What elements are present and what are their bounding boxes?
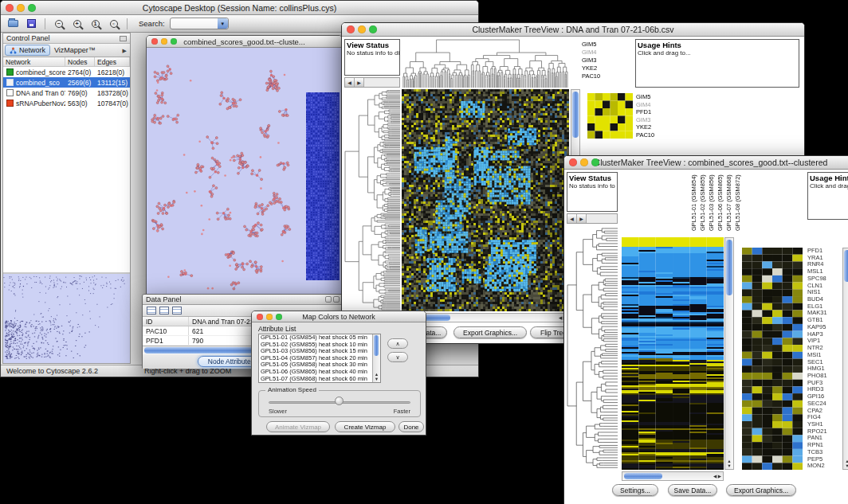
array-dendrogram-canvas[interactable] [402,39,569,88]
scroll-left-icon[interactable] [567,214,577,223]
treeview1-titlebar[interactable]: ClusterMaker TreeView : DNA and Tran 07-… [342,23,804,37]
close-icon[interactable] [151,38,158,45]
network-overview-panel[interactable] [3,272,130,363]
close-icon[interactable] [6,4,14,12]
gene-dendrogram-canvas[interactable] [567,226,618,470]
network-overview-canvas[interactable] [3,274,130,363]
done-button[interactable]: Done [398,421,424,432]
zoom-heatmap-canvas[interactable] [742,248,803,470]
zoom-window-icon[interactable] [171,38,177,45]
hscroll-thumb[interactable] [624,473,662,479]
minimize-icon[interactable] [358,25,366,33]
usage-hints-text: Click and drag to... [638,49,797,57]
select-attributes-icon[interactable] [147,307,156,315]
col-id: ID [143,317,189,326]
zoom-window-icon[interactable] [276,314,282,320]
create-vizmap-button[interactable]: Create Vizmap [335,421,395,432]
usage-hints-panel: Usage Hints Click and drag to... [807,172,848,220]
faster-label: Faster [394,408,410,415]
animation-speed-label: Animation Speed [265,386,319,393]
list-vscrollbar[interactable] [372,334,380,382]
network-name: combined_scores [16,68,65,76]
heatmap-hscrollbar[interactable] [402,313,569,322]
global-heatmap-canvas[interactable] [622,237,724,470]
minimize-icon[interactable] [161,38,167,45]
gene-dendrogram-canvas[interactable] [344,89,400,311]
dendrogram-hscrollbar[interactable] [344,77,400,88]
main-window-titlebar[interactable]: Cytoscape Desktop (Session Name: collins… [1,1,478,15]
export-graphics-button[interactable]: Export Graphics... [726,484,796,496]
attribute-item[interactable]: GPL51-07 (GSM868) heat shock 60 min [259,376,380,383]
network-graph-canvas[interactable] [147,48,342,295]
heatmap-vscrollbar[interactable] [724,237,734,470]
create-attribute-icon[interactable] [159,307,169,315]
scroll-arrows-icon[interactable] [725,459,733,468]
zoom-heatmap-canvas[interactable] [587,93,633,139]
zoom-window-icon[interactable] [369,25,377,33]
dendrogram-hscrollbar[interactable] [567,213,618,224]
close-icon[interactable] [569,158,577,166]
scroll-right-icon[interactable] [355,78,364,87]
save-data-button[interactable]: Save Data... [668,484,717,496]
network-list-item[interactable]: DNA and Tran 07 769(0) 183728(0) [3,88,130,98]
treeview2-titlebar[interactable]: ClusterMaker TreeView : combined_scores_… [564,156,848,170]
col-nodes: Nodes [65,57,95,66]
minimize-icon[interactable] [17,4,25,12]
settings-button[interactable]: Settings... [612,484,658,496]
zoom-fit-button[interactable] [105,17,122,31]
minimize-icon[interactable] [266,314,273,320]
scroll-right-icon[interactable] [577,214,587,223]
network-edges-count: 13112(15) [95,79,130,87]
export-graphics-button[interactable]: Export Graphics... [453,326,527,338]
move-down-button[interactable]: ∨ [387,352,408,362]
close-icon[interactable] [257,314,263,320]
animation-speed-slider[interactable] [335,397,344,405]
scroll-arrows-icon[interactable] [843,459,848,468]
data-panel-titlebar[interactable]: Data Panel [143,295,343,305]
close-icon[interactable] [347,25,355,33]
scroll-arrows-icon[interactable] [373,372,380,381]
vscroll-thumb[interactable] [726,240,732,295]
network-list-item[interactable]: combined_scores 2764(0) 16218(0) [3,67,130,77]
network-list-item[interactable]: combined_sco 2569(6) 13112(15) [3,77,130,88]
zoom-window-icon[interactable] [28,4,36,12]
panel-float-icon[interactable] [120,36,127,41]
network-name: sRNAPuberNov2 [16,100,65,107]
dock-icon[interactable] [325,296,332,303]
minimize-icon[interactable] [580,158,588,166]
zoom-row-labels: GIM5GIM4PFD1GIM3YKE2PAC10 [636,93,654,139]
search-input[interactable] [170,18,229,29]
zoom-out-button[interactable] [50,17,67,31]
save-session-button[interactable] [23,17,40,31]
global-heatmap-canvas[interactable] [402,89,569,311]
zoom-window-icon[interactable] [591,158,599,166]
window-controls [151,38,177,45]
animate-vizmap-button[interactable]: Animate Vizmap [266,421,330,432]
network-list-item[interactable]: sRNAPuberNov2 563(0) 107847(0) [3,98,130,108]
attribute-matrix-icon[interactable] [172,307,182,315]
scroll-arrows-icon[interactable] [713,474,721,479]
heatmap-hscrollbar[interactable] [622,471,724,481]
attribute-list[interactable]: GPL51-01 (GSM854) heat shock 05 minGPL51… [258,334,381,383]
vscroll-thumb[interactable] [572,92,579,138]
column-label: GPL51-01 (GSM854) [690,174,698,231]
zoom-one-to-one-button[interactable] [87,17,104,31]
move-up-button[interactable]: ∧ [387,338,408,349]
search-dropdown-icon[interactable] [218,18,228,29]
float-icon[interactable] [333,296,340,303]
tab-network[interactable]: Network [5,45,50,56]
scroll-track[interactable] [587,214,617,223]
vscroll-thumb[interactable] [374,335,379,356]
zoom-in-button[interactable] [69,17,85,31]
vscroll-thumb[interactable] [844,250,848,282]
scroll-track[interactable] [364,78,399,87]
open-session-button[interactable] [5,17,22,31]
tab-overflow-icon[interactable] [123,46,127,54]
zoom-one-icon [92,20,100,28]
tab-vizmapper[interactable]: VizMapper™ [50,45,100,55]
scroll-left-icon[interactable] [345,78,355,87]
network-window-titlebar[interactable]: combined_scores_good.txt--cluste... [147,36,342,48]
dialog-titlebar[interactable]: Map Colors to Network [252,311,426,322]
zoom-column-labels: GIM5GIM4GIM3YKE2PAC10 [582,41,600,80]
zoom-vscrollbar[interactable] [842,248,848,470]
